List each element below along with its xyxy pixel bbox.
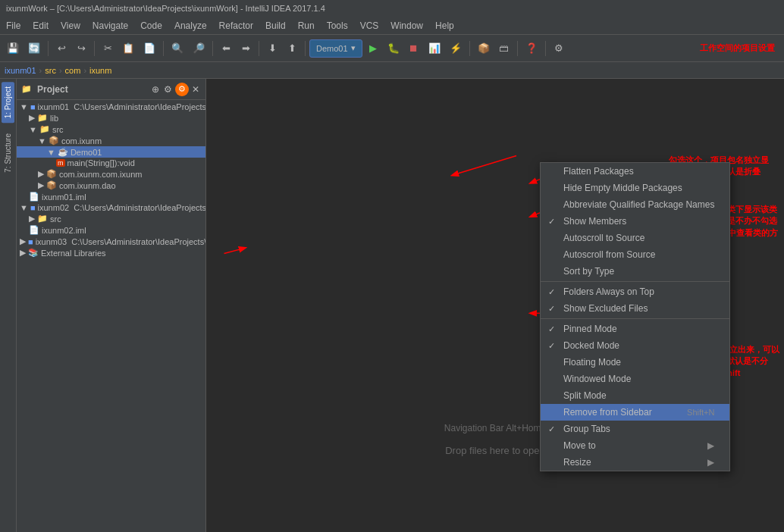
ctx-label: Autoscroll from Source xyxy=(563,249,655,260)
project-gear-icon[interactable]: ⚙ xyxy=(175,83,189,96)
run-config-dropdown[interactable]: ▾ xyxy=(351,43,356,53)
ctx-label: Floating Mode xyxy=(563,357,621,368)
toolbar-debug[interactable]: 🐛 xyxy=(384,39,403,58)
toolbar-find2[interactable]: 🔎 xyxy=(189,39,209,58)
tree-item-ixunm02-iml[interactable]: 📄 ixunm02.iml xyxy=(17,224,205,236)
menu-vcs[interactable]: VCS xyxy=(354,18,385,33)
ctx-pinned-mode[interactable]: Pinned Mode xyxy=(541,321,729,337)
ctx-show-members[interactable]: Show Members xyxy=(541,213,729,230)
toolbar-step-up[interactable]: ⬆ xyxy=(283,39,301,58)
package-icon: 📦 xyxy=(46,169,57,179)
toolbar-find[interactable]: 🔍 xyxy=(168,39,187,58)
toolbar-help[interactable]: ❓ xyxy=(522,39,541,58)
ctx-folders-top[interactable]: Folders Always on Top xyxy=(541,283,729,300)
toolbar-step-down[interactable]: ⬇ xyxy=(263,39,281,58)
menu-window[interactable]: Window xyxy=(384,18,429,33)
menu-navigate[interactable]: Navigate xyxy=(86,18,134,33)
tree-item-ixunm01-iml[interactable]: 📄 ixunm01.iml xyxy=(17,191,205,202)
toolbar-vcs[interactable]: 📦 xyxy=(474,39,494,58)
toolbar-save[interactable]: 💾 xyxy=(3,39,23,58)
toolbar-sync[interactable]: 🔄 xyxy=(24,39,44,58)
ctx-hide-empty[interactable]: Hide Empty Middle Packages xyxy=(541,180,729,196)
tree-item-demo01[interactable]: ▼ ☕ Demo01 xyxy=(17,146,205,158)
menu-run[interactable]: Run xyxy=(292,18,321,33)
ctx-autoscroll-to[interactable]: Autoscroll to Source xyxy=(541,230,729,246)
tree-label: ixunm02 C:\Users\Administrator\IdeaProje… xyxy=(38,203,205,212)
toolbar-copy[interactable]: 📋 xyxy=(118,39,138,58)
run-config-name: Demo01 xyxy=(316,44,348,53)
project-panel: 📁 Project ⊕ ⚙ ⚙ ✕ ▼ ■ ixunm01 C:\Users\A… xyxy=(17,79,206,532)
ctx-group-tabs[interactable]: Group Tabs xyxy=(541,421,729,437)
breadcrumb-item-1[interactable]: ixunm01 xyxy=(5,66,36,75)
toolbar-bonus[interactable]: ⚙ xyxy=(550,39,568,58)
project-icon-1[interactable]: ⊕ xyxy=(150,83,161,96)
tree-label: ixunm02.iml xyxy=(42,226,86,235)
toolbar-profile[interactable]: ⚡ xyxy=(446,39,466,58)
toolbar-paste[interactable]: 📄 xyxy=(140,39,159,58)
project-tree: ▼ ■ ixunm01 C:\Users\Administrator\IdeaP… xyxy=(17,100,205,532)
tree-item-main[interactable]: m main(String[]):void xyxy=(17,158,205,168)
menu-view[interactable]: View xyxy=(55,18,86,33)
expand-icon: ▶ xyxy=(29,113,35,123)
editor-drop-hint: Drop files here to open xyxy=(445,445,545,456)
tree-item-src[interactable]: ▼ 📁 src xyxy=(17,124,205,135)
toolbar-coverage[interactable]: 📊 xyxy=(425,39,444,58)
menu-tools[interactable]: Tools xyxy=(321,18,354,33)
sidebar-tab-structure[interactable]: 7: Structure xyxy=(2,129,14,177)
ctx-docked-mode[interactable]: Docked Mode xyxy=(541,337,729,354)
breadcrumb-item-2[interactable]: src xyxy=(45,66,56,75)
nav-bar-hint: Navigation Bar Alt+Home xyxy=(444,423,546,433)
toolbar-undo[interactable]: ↩ xyxy=(52,39,71,58)
ctx-label: Flatten Packages xyxy=(563,166,634,177)
menu-build[interactable]: Build xyxy=(259,18,292,33)
sidebar-tab-project[interactable]: 1: Project xyxy=(2,82,14,123)
ctx-windowed-mode[interactable]: Windowed Mode xyxy=(541,371,729,387)
toolbar-sep-3 xyxy=(163,41,164,56)
menu-bar: File Edit View Navigate Code Analyze Ref… xyxy=(0,17,784,35)
toolbar-vcs2[interactable]: 🗃 xyxy=(495,39,513,58)
toolbar-sep-2 xyxy=(94,41,95,56)
ctx-autoscroll-from[interactable]: Autoscroll from Source xyxy=(541,246,729,263)
menu-file[interactable]: File xyxy=(0,18,27,33)
breadcrumb-item-4[interactable]: ixunm xyxy=(89,66,111,75)
menu-analyze[interactable]: Analyze xyxy=(168,18,213,33)
menu-code[interactable]: Code xyxy=(134,18,168,33)
tree-item-ixunm03[interactable]: ▶ ■ ixunm03 C:\Users\Administrator\IdeaP… xyxy=(17,236,205,247)
project-icon-2[interactable]: ⚙ xyxy=(162,83,174,96)
toolbar-forward[interactable]: ➡ xyxy=(237,39,255,58)
run-config-selector[interactable]: Demo01 ▾ xyxy=(309,39,362,58)
breadcrumb-item-3[interactable]: com xyxy=(65,66,81,75)
ctx-show-excluded[interactable]: Show Excluded Files xyxy=(541,300,729,317)
ctx-abbreviate[interactable]: Abbreviate Qualified Package Names xyxy=(541,196,729,213)
tree-item-ixunm01[interactable]: ▼ ■ ixunm01 C:\Users\Administrator\IdeaP… xyxy=(17,102,205,112)
tree-item-com-ixunm-com[interactable]: ▶ 📦 com.ixunm.com.ixunm xyxy=(17,168,205,180)
toolbar-cut[interactable]: ✂ xyxy=(99,39,117,58)
menu-help[interactable]: Help xyxy=(429,18,460,33)
toolbar-redo[interactable]: ↪ xyxy=(72,39,90,58)
tree-label: lib xyxy=(50,114,58,123)
toolbar-sep-1 xyxy=(48,41,49,56)
toolbar-stop[interactable]: ⏹ xyxy=(405,39,423,58)
menu-edit[interactable]: Edit xyxy=(27,18,55,33)
menu-refactor[interactable]: Refactor xyxy=(213,18,259,33)
project-icon-close[interactable]: ✕ xyxy=(190,83,201,96)
tree-label: com.ixunm.com.ixunm xyxy=(59,170,142,179)
tree-item-ixunm02[interactable]: ▼ ■ ixunm02 C:\Users\Administrator\IdeaP… xyxy=(17,202,205,213)
submenu-arrow-resize: ▶ xyxy=(707,457,714,468)
ctx-resize[interactable]: Resize ▶ xyxy=(541,454,729,471)
ctx-remove-sidebar[interactable]: Remove from Sidebar Shift+N xyxy=(541,404,729,421)
ctx-floating-mode[interactable]: Floating Mode xyxy=(541,354,729,371)
module-icon: ■ xyxy=(30,102,36,111)
tree-item-src2[interactable]: ▶ 📁 src xyxy=(17,213,205,224)
tree-item-lib[interactable]: ▶ 📁 lib xyxy=(17,112,205,124)
ctx-move-to[interactable]: Move to ▶ xyxy=(541,437,729,454)
tree-item-com-ixunm-dao[interactable]: ▶ 📦 com.ixunm.dao xyxy=(17,180,205,191)
tree-item-com-ixunm[interactable]: ▼ 📦 com.ixunm xyxy=(17,135,205,146)
ctx-split-mode[interactable]: Split Mode xyxy=(541,387,729,404)
ctx-sort-type[interactable]: Sort by Type xyxy=(541,263,729,280)
tree-item-ext-libs[interactable]: ▶ 📚 External Libraries xyxy=(17,247,205,258)
toolbar-back[interactable]: ⬅ xyxy=(217,39,235,58)
ctx-flatten-packages[interactable]: Flatten Packages xyxy=(541,163,729,180)
toolbar-run[interactable]: ▶ xyxy=(364,39,382,58)
content-area: Flatten Packages Hide Empty Middle Packa… xyxy=(206,79,784,532)
